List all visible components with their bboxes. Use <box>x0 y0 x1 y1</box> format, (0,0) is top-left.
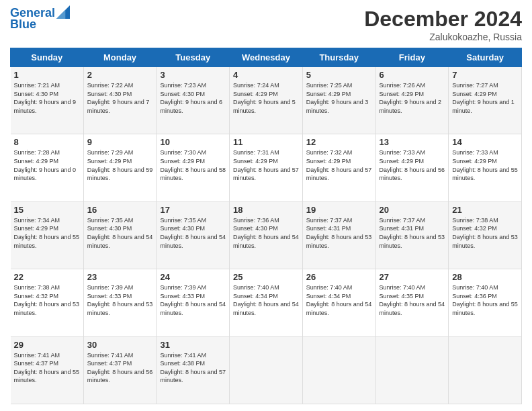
day-number: 3 <box>160 70 226 80</box>
day-info: Sunrise: 7:41 AMSunset: 4:37 PMDaylight:… <box>14 351 80 385</box>
day-cell: 6 Sunrise: 7:26 AMSunset: 4:29 PMDayligh… <box>375 67 449 134</box>
col-thursday: Thursday <box>302 48 375 67</box>
day-info: Sunrise: 7:38 AMSunset: 4:32 PMDaylight:… <box>14 283 80 317</box>
day-cell: 18 Sunrise: 7:36 AMSunset: 4:30 PMDaylig… <box>230 201 303 269</box>
day-info: Sunrise: 7:39 AMSunset: 4:33 PMDaylight:… <box>160 283 226 317</box>
table-row: 29 Sunrise: 7:41 AMSunset: 4:37 PMDaylig… <box>11 336 522 404</box>
day-info: Sunrise: 7:38 AMSunset: 4:32 PMDaylight:… <box>452 216 518 250</box>
day-cell: 29 Sunrise: 7:41 AMSunset: 4:37 PMDaylig… <box>11 336 84 404</box>
day-cell: 14 Sunrise: 7:33 AMSunset: 4:29 PMDaylig… <box>449 134 522 201</box>
day-cell: 1 Sunrise: 7:21 AMSunset: 4:30 PMDayligh… <box>11 67 84 134</box>
day-cell: 20 Sunrise: 7:37 AMSunset: 4:31 PMDaylig… <box>375 201 449 269</box>
day-number: 14 <box>452 137 518 147</box>
day-cell: 8 Sunrise: 7:28 AMSunset: 4:29 PMDayligh… <box>11 134 84 201</box>
day-number: 18 <box>233 205 299 215</box>
day-info: Sunrise: 7:40 AMSunset: 4:36 PMDaylight:… <box>452 283 518 317</box>
day-number: 8 <box>14 137 80 147</box>
day-cell: 10 Sunrise: 7:30 AMSunset: 4:29 PMDaylig… <box>157 134 230 201</box>
day-info: Sunrise: 7:35 AMSunset: 4:30 PMDaylight:… <box>87 216 153 250</box>
day-cell: 23 Sunrise: 7:39 AMSunset: 4:33 PMDaylig… <box>83 269 157 336</box>
day-number: 1 <box>14 70 80 80</box>
table-row: 22 Sunrise: 7:38 AMSunset: 4:32 PMDaylig… <box>11 269 522 336</box>
svg-marker-1 <box>56 10 65 19</box>
title-section: December 2024 Zalukokoazhe, Russia <box>364 7 522 42</box>
day-number: 12 <box>306 137 372 147</box>
day-info: Sunrise: 7:22 AMSunset: 4:30 PMDaylight:… <box>87 81 153 115</box>
day-cell: 17 Sunrise: 7:35 AMSunset: 4:30 PMDaylig… <box>157 201 230 269</box>
day-info: Sunrise: 7:23 AMSunset: 4:30 PMDaylight:… <box>160 81 226 115</box>
day-cell: 27 Sunrise: 7:40 AMSunset: 4:35 PMDaylig… <box>375 269 449 336</box>
day-cell: 2 Sunrise: 7:22 AMSunset: 4:30 PMDayligh… <box>83 67 157 134</box>
empty-cell <box>449 336 522 404</box>
day-cell: 9 Sunrise: 7:29 AMSunset: 4:29 PMDayligh… <box>83 134 157 201</box>
logo: General Blue <box>10 7 70 32</box>
day-number: 13 <box>380 137 445 147</box>
col-saturday: Saturday <box>449 48 522 67</box>
main-container: General Blue December 2024 Zalukokoazhe,… <box>0 0 532 411</box>
day-number: 4 <box>233 70 299 80</box>
day-cell: 26 Sunrise: 7:40 AMSunset: 4:34 PMDaylig… <box>302 269 375 336</box>
logo-icon <box>56 5 70 19</box>
day-info: Sunrise: 7:40 AMSunset: 4:35 PMDaylight:… <box>380 283 445 317</box>
day-cell: 25 Sunrise: 7:40 AMSunset: 4:34 PMDaylig… <box>230 269 303 336</box>
day-number: 6 <box>380 70 445 80</box>
day-cell: 15 Sunrise: 7:34 AMSunset: 4:29 PMDaylig… <box>11 201 84 269</box>
day-cell: 31 Sunrise: 7:41 AMSunset: 4:38 PMDaylig… <box>157 336 230 404</box>
day-number: 17 <box>160 205 226 215</box>
day-cell: 21 Sunrise: 7:38 AMSunset: 4:32 PMDaylig… <box>449 201 522 269</box>
day-info: Sunrise: 7:37 AMSunset: 4:31 PMDaylight:… <box>306 216 372 250</box>
empty-cell <box>375 336 449 404</box>
day-info: Sunrise: 7:29 AMSunset: 4:29 PMDaylight:… <box>87 148 153 182</box>
day-cell: 28 Sunrise: 7:40 AMSunset: 4:36 PMDaylig… <box>449 269 522 336</box>
day-number: 30 <box>87 340 153 350</box>
day-cell: 24 Sunrise: 7:39 AMSunset: 4:33 PMDaylig… <box>157 269 230 336</box>
month-title: December 2024 <box>364 7 522 32</box>
day-info: Sunrise: 7:27 AMSunset: 4:29 PMDaylight:… <box>452 81 518 115</box>
table-row: 15 Sunrise: 7:34 AMSunset: 4:29 PMDaylig… <box>11 201 522 269</box>
day-number: 27 <box>380 272 445 282</box>
day-number: 2 <box>87 70 153 80</box>
day-info: Sunrise: 7:30 AMSunset: 4:29 PMDaylight:… <box>160 148 226 182</box>
table-row: 8 Sunrise: 7:28 AMSunset: 4:29 PMDayligh… <box>11 134 522 201</box>
empty-cell <box>302 336 375 404</box>
day-cell: 5 Sunrise: 7:25 AMSunset: 4:29 PMDayligh… <box>302 67 375 134</box>
day-info: Sunrise: 7:33 AMSunset: 4:29 PMDaylight:… <box>380 148 445 182</box>
day-info: Sunrise: 7:24 AMSunset: 4:29 PMDaylight:… <box>233 81 299 115</box>
day-number: 19 <box>306 205 372 215</box>
day-info: Sunrise: 7:36 AMSunset: 4:30 PMDaylight:… <box>233 216 299 250</box>
day-number: 15 <box>14 205 80 215</box>
day-cell: 22 Sunrise: 7:38 AMSunset: 4:32 PMDaylig… <box>11 269 84 336</box>
day-info: Sunrise: 7:32 AMSunset: 4:29 PMDaylight:… <box>306 148 372 182</box>
day-number: 24 <box>160 272 226 282</box>
calendar: Sunday Monday Tuesday Wednesday Thursday… <box>10 48 522 404</box>
day-info: Sunrise: 7:35 AMSunset: 4:30 PMDaylight:… <box>160 216 226 250</box>
day-info: Sunrise: 7:40 AMSunset: 4:34 PMDaylight:… <box>233 283 299 317</box>
day-cell: 19 Sunrise: 7:37 AMSunset: 4:31 PMDaylig… <box>302 201 375 269</box>
day-cell: 11 Sunrise: 7:31 AMSunset: 4:29 PMDaylig… <box>230 134 303 201</box>
day-number: 28 <box>452 272 518 282</box>
location: Zalukokoazhe, Russia <box>364 32 522 42</box>
day-number: 7 <box>452 70 518 80</box>
day-number: 23 <box>87 272 153 282</box>
day-info: Sunrise: 7:40 AMSunset: 4:34 PMDaylight:… <box>306 283 372 317</box>
day-cell: 12 Sunrise: 7:32 AMSunset: 4:29 PMDaylig… <box>302 134 375 201</box>
calendar-header-row: Sunday Monday Tuesday Wednesday Thursday… <box>11 48 522 67</box>
day-number: 29 <box>14 340 80 350</box>
day-number: 26 <box>306 272 372 282</box>
col-sunday: Sunday <box>11 48 84 67</box>
day-cell: 16 Sunrise: 7:35 AMSunset: 4:30 PMDaylig… <box>83 201 157 269</box>
empty-cell <box>230 336 303 404</box>
day-number: 31 <box>160 340 226 350</box>
day-info: Sunrise: 7:37 AMSunset: 4:31 PMDaylight:… <box>380 216 445 250</box>
day-cell: 3 Sunrise: 7:23 AMSunset: 4:30 PMDayligh… <box>157 67 230 134</box>
header: General Blue December 2024 Zalukokoazhe,… <box>10 7 522 42</box>
day-cell: 4 Sunrise: 7:24 AMSunset: 4:29 PMDayligh… <box>230 67 303 134</box>
col-tuesday: Tuesday <box>157 48 230 67</box>
day-cell: 30 Sunrise: 7:41 AMSunset: 4:37 PMDaylig… <box>83 336 157 404</box>
day-cell: 7 Sunrise: 7:27 AMSunset: 4:29 PMDayligh… <box>449 67 522 134</box>
table-row: 1 Sunrise: 7:21 AMSunset: 4:30 PMDayligh… <box>11 67 522 134</box>
day-info: Sunrise: 7:34 AMSunset: 4:29 PMDaylight:… <box>14 216 80 250</box>
day-number: 10 <box>160 137 226 147</box>
day-number: 9 <box>87 137 153 147</box>
day-number: 21 <box>452 205 518 215</box>
